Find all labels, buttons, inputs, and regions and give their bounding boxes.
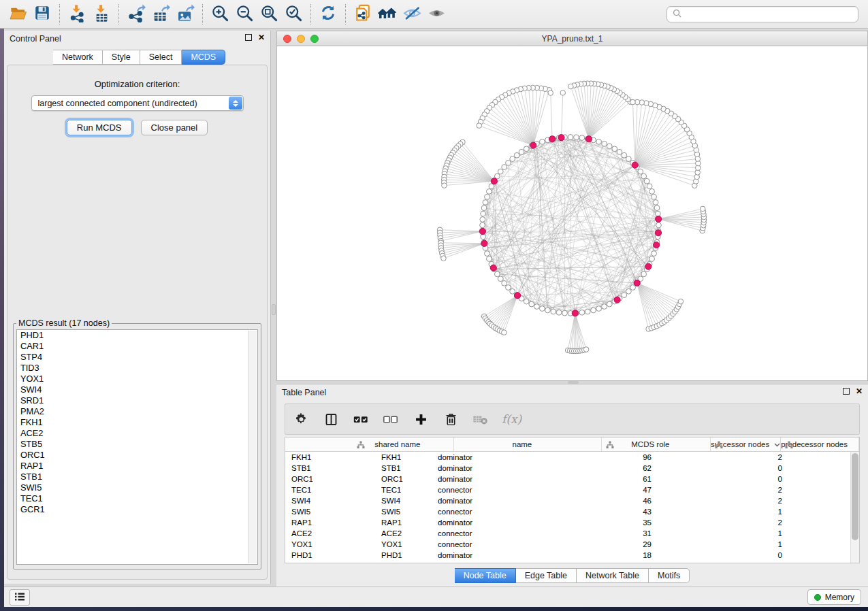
task-history-button[interactable] [10,589,30,606]
float-panel-icon[interactable] [843,388,850,395]
table-row[interactable]: ORC1 ORC1 dominator 61 0 [285,474,850,484]
import-table-button[interactable] [89,2,114,27]
zoom-in-button[interactable] [208,2,232,27]
control-panel-title: Control Panel [10,34,61,44]
column-header-mcds-role[interactable]: MCDS role [602,437,711,451]
table-options-gear-icon[interactable] [292,410,310,428]
mcds-result-item: SRD1 [17,395,257,406]
tab-mcds[interactable]: MCDS [182,50,225,65]
network-window-titlebar[interactable]: YPA_prune.txt_1 [277,31,867,46]
run-mcds-button[interactable]: Run MCDS [67,120,132,135]
first-neighbors-button[interactable] [375,2,400,27]
column-header-label: shared name [374,440,420,448]
cell-shared-name: SWI5 [285,508,376,516]
vertical-splitter[interactable] [271,31,276,584]
toolbar-separator [59,4,60,24]
import-network-icon [68,4,86,24]
tab-network[interactable]: Network [53,50,103,65]
cell-predecessor-nodes: 2 [681,497,790,505]
zoom-selected-button[interactable] [281,2,306,27]
network-window-title: YPA_prune.txt_1 [542,34,603,44]
tab-network-table[interactable]: Network Table [577,568,649,583]
network-canvas[interactable] [277,46,867,380]
mcds-result-item: ORC1 [17,450,257,461]
show-all-button[interactable] [424,2,449,27]
table-panel-title: Table Panel [282,388,326,397]
table-row[interactable]: TEC1 TEC1 connector 47 2 [285,484,850,495]
network-graph-svg [277,46,867,380]
open-file-button[interactable] [5,2,30,27]
maximize-window-icon[interactable] [310,35,319,43]
refresh-layout-button[interactable] [316,2,340,27]
table-row[interactable]: YOX1 YOX1 connector 29 1 [285,539,850,550]
mcds-result-item: CAR1 [17,341,257,352]
cell-predecessor-nodes: 0 [681,464,790,472]
cell-predecessor-nodes: 1 [681,508,790,516]
table-row[interactable]: SWI5 SWI5 connector 43 1 [285,506,850,517]
cell-predecessor-nodes: 2 [681,453,790,461]
cell-shared-name: TEC1 [285,486,376,494]
criterion-select[interactable]: largest connected component (undirected) [31,95,244,111]
search-input[interactable] [686,10,852,19]
memory-label: Memory [825,593,854,602]
save-floppy-icon [33,4,51,24]
memory-button[interactable]: Memory [807,589,861,605]
delete-column-trash-icon[interactable] [442,410,460,428]
shared-column-icon [715,441,723,450]
tab-edge-table[interactable]: Edge Table [516,568,577,583]
export-table-icon [151,3,170,24]
table-row[interactable]: FKH1 FKH1 dominator 96 2 [285,452,850,463]
export-network-button[interactable] [124,2,148,27]
show-columns-icon[interactable] [322,410,340,428]
tab-style[interactable]: Style [103,50,140,65]
duplicate-network-button[interactable] [351,2,375,27]
tab-motifs[interactable]: Motifs [649,568,690,583]
hide-selected-button[interactable] [400,2,424,27]
tab-node-table[interactable]: Node Table [455,568,516,583]
control-panel-tabs: NetworkStyleSelectMCDS [53,50,225,65]
network-search-field[interactable] [666,6,858,22]
cell-mcds-role: dominator [432,475,534,483]
select-all-checkboxes-icon[interactable] [352,410,370,428]
table-row[interactable]: PHD1 PHD1 dominator 18 0 [285,550,850,561]
mcds-result-item: TEC1 [17,493,257,504]
table-row[interactable]: RAP1 RAP1 dominator 35 2 [285,517,850,528]
table-scrollbar[interactable] [850,452,859,563]
float-panel-icon[interactable] [245,34,252,41]
mcds-result-list[interactable]: PHD1CAR1STP4TID3YOX1SWI4SRD1PMA2FKH1ACE2… [16,329,258,565]
cytoscape-window: Control Panel ✕ NetworkStyleSelectMCDS O… [0,0,868,607]
add-column-icon[interactable] [412,410,430,428]
select-stepper-icon [229,97,242,110]
mcds-result-item: STP4 [17,352,257,363]
mcds-list-scrollbar[interactable] [248,331,257,563]
mcds-result-item: SWI5 [17,482,257,493]
eye-slash-icon [402,3,422,25]
close-panel-icon[interactable]: ✕ [258,34,265,41]
close-window-icon[interactable] [283,35,291,43]
table-row[interactable]: STB1 STB1 dominator 62 0 [285,463,850,474]
column-header-successor-nodes[interactable]: successor nodes [711,437,781,451]
deselect-all-checkboxes-icon[interactable] [382,410,400,428]
tab-select[interactable]: Select [140,50,182,65]
close-panel-icon[interactable]: ✕ [856,388,863,395]
zoom-out-button[interactable] [232,2,257,27]
zoom-in-icon [211,4,229,24]
table-scrollbar-thumb[interactable] [852,453,858,540]
save-session-button[interactable] [30,2,54,27]
mcds-result-item: STB1 [17,472,257,482]
export-table-button[interactable] [148,2,173,27]
export-image-button[interactable] [173,2,197,27]
column-header-predecessor-nodes[interactable]: predecessor nodes [781,437,859,451]
minimize-window-icon[interactable] [297,35,305,43]
column-header-name[interactable]: name [454,437,602,451]
table-type-tabs: Node TableEdge TableNetwork TableMotifs [276,568,868,583]
zoom-fit-button[interactable] [257,2,281,27]
close-panel-button[interactable]: Close panel [141,120,208,135]
cell-mcds-role: dominator [432,497,534,505]
table-row[interactable]: ACE2 ACE2 connector 31 1 [285,528,850,539]
vertical-splitter-handle[interactable] [272,304,276,315]
import-network-button[interactable] [65,2,89,27]
column-header-shared-name[interactable]: shared name [353,437,454,451]
cell-successor-nodes: 31 [534,529,681,538]
table-row[interactable]: SWI4 SWI4 dominator 46 2 [285,495,850,506]
